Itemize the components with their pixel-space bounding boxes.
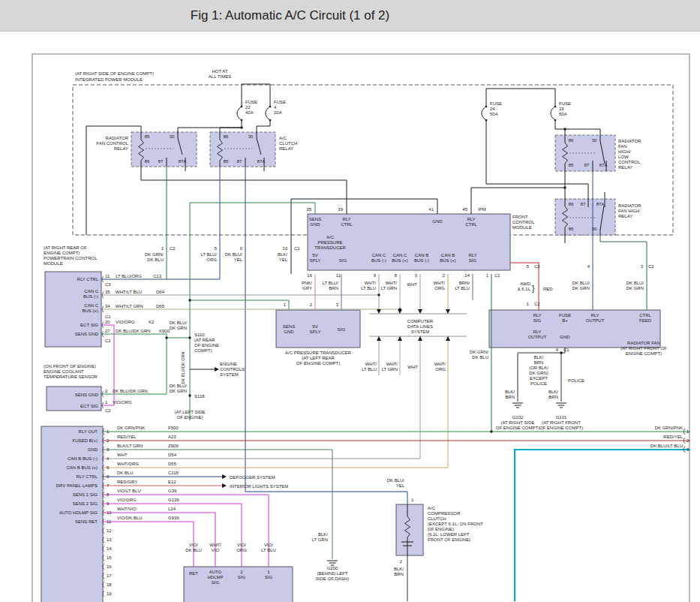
diagram-label: E12: [168, 480, 176, 484]
diagram-label: L24: [168, 507, 176, 511]
diagram-label: 87A: [257, 159, 266, 164]
diagram-label: BUS (+): [82, 309, 98, 313]
diagram-label: SENS: [309, 217, 321, 221]
diagram-label: PNK/: [302, 281, 312, 285]
diagram-label: C1: [294, 246, 300, 251]
wiring-diagram: (AT RIGHT SIDE OF ENGINE COMPT)INTEGRATE…: [0, 0, 700, 602]
diagram-label: CAN C: [393, 253, 407, 257]
diagram-label: DK GRN: [572, 286, 590, 290]
diagram-label: GND: [560, 335, 570, 339]
diagram-label: LT BLU/ORG: [116, 274, 142, 278]
diagram-label: (EXCEPT 6.1L; ON FRONT: [428, 522, 483, 526]
diagram-label: VIO/LT BLU: [117, 489, 141, 493]
diagram-label: VIO/: [189, 543, 198, 547]
diagram-label: 19: [559, 107, 564, 111]
diagram-label: BRN: [329, 286, 338, 290]
diagram-label: 86: [569, 202, 574, 206]
diagram-label: OUTPUT: [586, 318, 605, 323]
diagram-label: RADIATOR: [618, 203, 641, 208]
diagram-label: 24: [490, 107, 495, 111]
diagram-label: WHT: [117, 453, 128, 457]
diagram-label: AUTO: [209, 570, 222, 574]
diagram-label: BRN: [394, 572, 404, 576]
diagram-label: 87: [237, 159, 242, 164]
diagram-label: WHT/: [365, 281, 377, 285]
diagram-label: DK BLU: [185, 548, 202, 552]
diagram-label: G139: [168, 498, 179, 502]
diagram-label: (ON FRONT OF ENGINE): [44, 364, 96, 369]
diagram-label: CAN C: [84, 289, 98, 293]
diagram-label: C3: [534, 264, 540, 269]
diagram-label: CAN C: [372, 253, 386, 257]
diagram-label: CTRL: [465, 222, 477, 227]
diagram-label: INTEGRATED POWER MODULE: [75, 77, 143, 82]
diagram-label: SIG: [238, 575, 246, 579]
diagram-label: 4: [556, 348, 559, 352]
diagram-label: 85: [145, 134, 150, 139]
diagram-label: EXCEPT: [530, 376, 548, 381]
diagram-label: OF ENGINE): [428, 527, 454, 531]
diagram-label: FUSE: [490, 101, 502, 106]
diagram-label: 85: [569, 227, 574, 231]
ac-compressor-clutch: [396, 504, 423, 555]
diagram-label: 10: [282, 246, 287, 251]
diagram-label: RED/YEL: [663, 435, 683, 439]
flow-arrow-icon: [398, 309, 402, 314]
diagram-label: COMPRESSOR: [428, 511, 461, 516]
diagram-label: BLK/: [394, 567, 404, 571]
fuse-terminal: [269, 106, 272, 108]
junction-dot: [563, 186, 566, 188]
diagram-label: BRN: [534, 360, 544, 365]
diagram-label: 20A: [274, 110, 282, 115]
diagram-label: HDLMP: [207, 575, 223, 579]
diagram-label: DK BLU/DK GRN: [116, 329, 151, 333]
junction-dot: [165, 336, 167, 339]
diagram-label: (AT RIGHT SIDE: [500, 420, 534, 425]
diagram-label: C1: [105, 315, 111, 319]
diagram-label: C3: [105, 282, 111, 287]
diagram-label: RLY: [342, 217, 350, 221]
diagram-label: VIO/ORG: [116, 320, 135, 324]
diagram-label: RLY: [533, 330, 541, 334]
diagram-label: DK BLU/DK GRN: [113, 389, 148, 393]
diagram-label: 2: [105, 389, 108, 393]
diagram-label: BUS (+): [440, 258, 456, 263]
diagram-label: 86: [569, 138, 574, 143]
diagram-label: 87A: [179, 159, 187, 164]
diagram-label: 1: [161, 246, 164, 251]
diagram-label: 41: [428, 207, 434, 212]
diagram-label: DEFOGGER SYSTEM: [230, 475, 275, 480]
diagram-label: F500: [168, 426, 179, 430]
diagram-label: DK GRN/: [470, 350, 488, 354]
diagram-label: HOT AT: [212, 69, 227, 74]
f22-to-r1-30: [178, 120, 242, 132]
diagram-label: (AT RIGHT REAR OF: [44, 245, 87, 250]
diagram-label: FAN: [618, 144, 627, 149]
junction-dot: [563, 128, 566, 130]
diagram-label: 8: [395, 273, 398, 278]
diagram-label: ENGINE COMPT): [626, 351, 662, 356]
diagram-label: 11: [105, 274, 110, 278]
diagram-label: YEL: [279, 257, 288, 262]
diagram-label: RELAY: [618, 165, 632, 170]
diagram-label: LT GRN: [382, 367, 398, 372]
diagram-label: 11: [107, 519, 112, 524]
diagram-label: 15: [107, 555, 112, 560]
diagram-label: G200: [327, 566, 338, 570]
diagram-label: RET: [189, 571, 198, 576]
diagram-label: 30: [592, 138, 597, 143]
junction-dot: [188, 299, 191, 301]
diagram-label: 5V: [312, 324, 317, 329]
diagram-label: K2: [149, 320, 155, 324]
diagram-label: DK BLU: [472, 355, 488, 360]
row11-vio-dkblu: [103, 522, 194, 567]
diagram-label: (AT REAR: [194, 338, 215, 342]
diagram-label: 2: [443, 273, 446, 278]
diagram-label: (AT LEFT SIDE: [174, 410, 205, 414]
diagram-label: 9: [374, 273, 377, 278]
diagram-label: WHT/ORG: [117, 462, 139, 466]
diagram-label: BUS (-): [414, 258, 429, 263]
diagram-label: Z909: [168, 444, 179, 448]
diagram-label: BLK/LT GRN: [117, 444, 143, 448]
flow-arrow-icon: [418, 309, 422, 314]
